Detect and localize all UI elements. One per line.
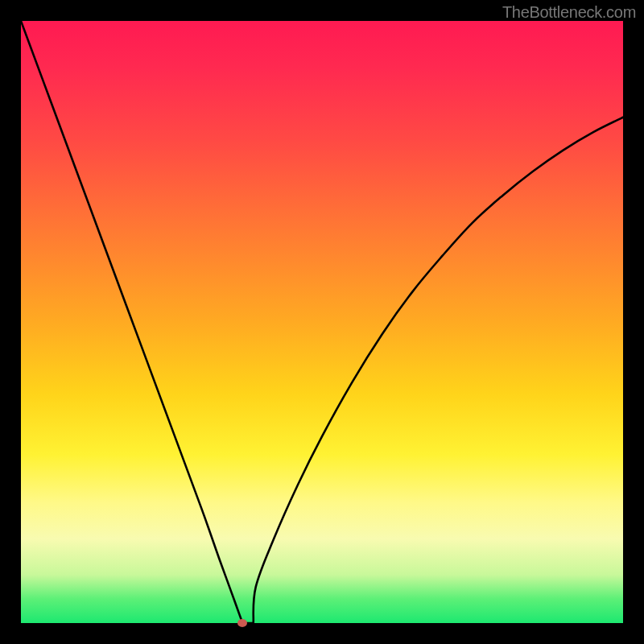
minimum-marker (237, 619, 247, 627)
curve-svg (21, 21, 623, 623)
bottleneck-curve (21, 21, 623, 623)
plot-area (21, 21, 623, 623)
watermark-text: TheBottleneck.com (502, 3, 636, 22)
